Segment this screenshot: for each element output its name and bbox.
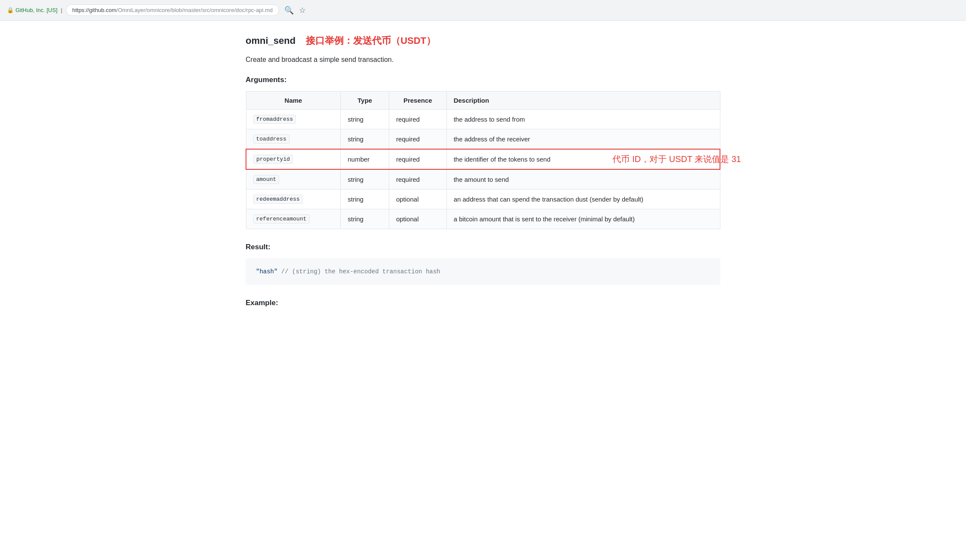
code-amount: amount — [253, 175, 280, 184]
cell-presence: required — [389, 129, 446, 149]
cell-presence: required — [389, 169, 446, 190]
cell-description-propertyid: the identifier of the tokens to send 代币 … — [446, 149, 720, 169]
table-row: fromaddress string required the address … — [246, 109, 720, 129]
col-header-description: Description — [446, 91, 720, 109]
api-name: omni_send — [246, 35, 295, 46]
lock-icon: 🔒 — [7, 7, 14, 13]
code-propertyid: propertyid — [253, 155, 293, 164]
search-icon[interactable]: 🔍 — [284, 6, 294, 15]
url-domain: https://github.com — [72, 7, 117, 13]
table-row: toaddress string required the address of… — [246, 129, 720, 149]
code-fromaddress: fromaddress — [253, 115, 296, 124]
propertyid-annotation: 代币 ID，对于 USDT 来说值是 31 — [612, 153, 741, 165]
cell-name-propertyid: propertyid — [246, 149, 341, 169]
cell-type-propertyid: number — [341, 149, 389, 169]
code-hash-string: "hash" — [256, 268, 277, 275]
example-title: Example: — [246, 299, 720, 307]
cell-type: string — [341, 109, 389, 129]
url-bar[interactable]: https://github.com /OmniLayer/omnicore/b… — [66, 4, 279, 16]
arguments-table: Name Type Presence Description fromaddre… — [246, 91, 720, 229]
cell-type: string — [341, 129, 389, 149]
cell-type: string — [341, 209, 389, 229]
cell-presence-propertyid: required — [389, 149, 446, 169]
security-indicator: 🔒 GitHub, Inc. [US] | https://github.com… — [7, 4, 279, 16]
cell-description: the amount to send — [446, 169, 720, 190]
main-content: omni_send 接口举例：发送代币（USDT） Create and bro… — [225, 21, 741, 328]
cell-type: string — [341, 189, 389, 209]
code-hash-comment: // (string) the hex-encoded transaction … — [281, 268, 440, 275]
cell-name: amount — [246, 169, 341, 190]
arguments-table-container: Name Type Presence Description fromaddre… — [246, 91, 720, 229]
col-header-type: Type — [341, 91, 389, 109]
cell-type: string — [341, 169, 389, 190]
result-title: Result: — [246, 243, 720, 251]
cell-description: the address of the receiver — [446, 129, 720, 149]
cell-description: the address to send from — [446, 109, 720, 129]
cell-presence: optional — [389, 189, 446, 209]
security-label: GitHub, Inc. [US] — [15, 7, 58, 13]
api-description: Create and broadcast a simple send trans… — [246, 54, 720, 65]
cell-presence: required — [389, 109, 446, 129]
cell-name: referenceamount — [246, 209, 341, 229]
table-header-row: Name Type Presence Description — [246, 91, 720, 109]
table-row: redeemaddress string optional an address… — [246, 189, 720, 209]
arguments-title: Arguments: — [246, 76, 720, 84]
col-header-name: Name — [246, 91, 341, 109]
code-redeemaddress: redeemaddress — [253, 195, 303, 204]
code-referenceamount: referenceamount — [253, 214, 310, 223]
api-subtitle: 接口举例：发送代币（USDT） — [306, 34, 436, 47]
star-icon[interactable]: ☆ — [299, 6, 306, 15]
cell-name: toaddress — [246, 129, 341, 149]
url-separator: | — [61, 7, 62, 13]
browser-chrome: 🔒 GitHub, Inc. [US] | https://github.com… — [0, 0, 966, 21]
section-heading: omni_send 接口举例：发送代币（USDT） — [246, 34, 720, 47]
table-row: amount string required the amount to sen… — [246, 169, 720, 190]
cell-name: redeemaddress — [246, 189, 341, 209]
cell-name: fromaddress — [246, 109, 341, 129]
cell-presence: optional — [389, 209, 446, 229]
result-code-block: "hash" // (string) the hex-encoded trans… — [246, 258, 720, 285]
code-toaddress: toaddress — [253, 135, 289, 144]
table-row-highlighted: propertyid number required the identifie… — [246, 149, 720, 169]
cell-description: a bitcoin amount that is sent to the rec… — [446, 209, 720, 229]
col-header-presence: Presence — [389, 91, 446, 109]
url-path: /OmniLayer/omnicore/blob/master/src/omni… — [117, 7, 273, 13]
cell-description: an address that can spend the transactio… — [446, 189, 720, 209]
table-row: referenceamount string optional a bitcoi… — [246, 209, 720, 229]
browser-action-icons: 🔍 ☆ — [284, 6, 306, 15]
